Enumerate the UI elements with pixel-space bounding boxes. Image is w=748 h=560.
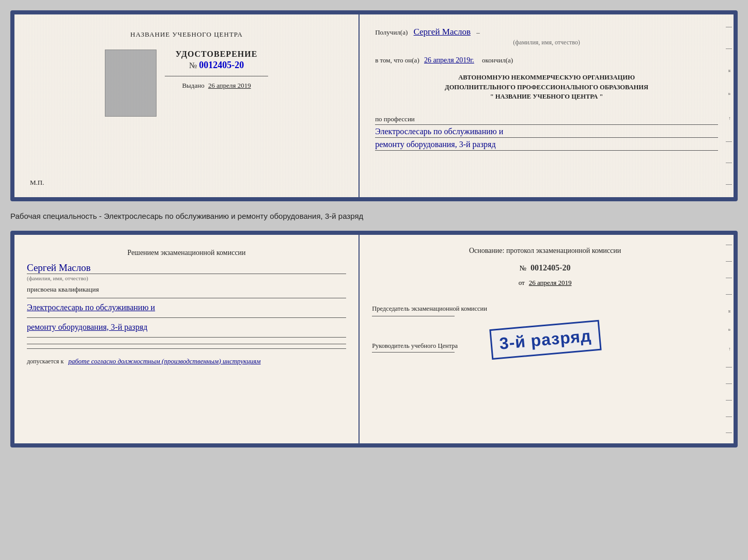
cert-number-value: 0012405-20 (199, 60, 244, 70)
cert-org-line1: АВТОНОМНУЮ НЕКОММЕРЧЕСКУЮ ОРГАНИЗАЦИЮ (375, 73, 718, 83)
bottom-prof-line2: ремонту оборудования, 3-й разряд (27, 320, 346, 335)
bottom-rukovoditel-sig-line (372, 352, 455, 353)
cert-vtom-prefix: в том, что он(а) (375, 56, 419, 64)
cert-mp-label: М.П. (30, 179, 44, 187)
bottom-recipient-name: Сергей Маслов (27, 262, 346, 274)
bottom-number-label: № (520, 264, 526, 272)
cert-vtom-row: в том, что он(а) 26 апреля 2019г. окончи… (375, 55, 718, 66)
cert-number-prefix: № (189, 61, 197, 70)
cert-number-row: № 0012405-20 (165, 60, 268, 71)
cert-org-block: АВТОНОМНУЮ НЕКОММЕРЧЕСКУЮ ОРГАНИЗАЦИЮ ДО… (375, 73, 718, 102)
bottom-line-3 (27, 337, 346, 338)
top-certificate-card: НАЗВАНИЕ УЧЕБНОГО ЦЕНТРА УДОСТОВЕРЕНИЕ №… (10, 10, 738, 201)
cert-profession-line1: Электрослесарь по обслуживанию и (375, 127, 718, 136)
cert-right-panel: Получил(а) Сергей Маслов – (фамилия, имя… (360, 14, 734, 197)
bottom-certificate-card: Решением экзаменационной комиссии Сергей… (10, 231, 738, 447)
bottom-ot-row: от 26 апреля 2019 (372, 278, 718, 287)
bottom-fio-label: (фамилия, имя, отчество) (27, 274, 346, 281)
cert-photo-placeholder (105, 50, 157, 117)
cert-udostoverenie-label: УДОСТОВЕРЕНИЕ (165, 50, 268, 59)
cert-left-panel: НАЗВАНИЕ УЧЕБНОГО ЦЕНТРА УДОСТОВЕРЕНИЕ №… (14, 14, 360, 197)
bottom-dopusk-prefix: допускается к (27, 358, 64, 365)
bottom-resheniem-title: Решением экзаменационной комиссии (27, 247, 346, 258)
cert-training-center-title: НАЗВАНИЕ УЧЕБНОГО ЦЕНТРА (130, 30, 242, 39)
bottom-ot-date: 26 апреля 2019 (529, 279, 572, 286)
bottom-dopusk-text: работе согласно должностным (производств… (68, 357, 260, 365)
bottom-line-1 (27, 298, 346, 298)
bottom-left-panel: Решением экзаменационной комиссии Сергей… (14, 235, 360, 443)
cert-vtom-date: 26 апреля 2019г. (424, 56, 474, 64)
cert-divider-line (165, 76, 268, 76)
cert-vydano-label: Выдано (182, 82, 204, 89)
cert-org-line2: ДОПОЛНИТЕЛЬНОГО ПРОФЕССИОНАЛЬНОГО ОБРАЗО… (375, 83, 718, 92)
bottom-number-value: 0012405-20 (531, 263, 570, 272)
cert-org-line3: " НАЗВАНИЕ УЧЕБНОГО ЦЕНТРА " (375, 92, 718, 102)
bottom-predsedatel-block: Председатель экзаменационной комиссии (372, 300, 718, 318)
cert-po-professii-label: по профессии (375, 115, 718, 123)
middle-text: Рабочая специальность - Электрослесарь п… (10, 210, 738, 222)
bottom-osnovanie-label: Основание: протокол экзаменационной коми… (372, 245, 718, 256)
cert-line-2 (375, 137, 718, 138)
bottom-line-5 (27, 348, 346, 349)
cert-recipient-name: Сергей Маслов (414, 27, 471, 37)
cert-line-1 (375, 124, 718, 125)
cert-vydano-date: 26 апреля 2019 (208, 82, 251, 89)
page-container: НАЗВАНИЕ УЧЕБНОГО ЦЕНТРА УДОСТОВЕРЕНИЕ №… (10, 10, 738, 447)
cert-vydano-row: Выдано 26 апреля 2019 (165, 82, 268, 90)
cert-recipient-row: Получил(а) Сергей Маслов – (фамилия, имя… (375, 25, 718, 47)
bottom-number-row: № 0012405-20 (372, 263, 718, 273)
bottom-line-4 (27, 344, 346, 344)
cert-profession-block: по профессии Электрослесарь по обслужива… (375, 112, 718, 152)
bottom-dopusk-row: допускается к работе согласно должностны… (27, 357, 346, 365)
right-edge-marks: и а ← (724, 14, 734, 197)
bottom-right-panel: Основание: протокол экзаменационной коми… (360, 235, 734, 443)
bottom-right-edge-marks: и а ← (724, 235, 734, 443)
cert-profession-line2: ремонту оборудования, 3-й разряд (375, 140, 718, 149)
bottom-predsedatel-sig-line (372, 316, 455, 316)
cert-fio-label: (фамилия, имя, отчество) (375, 38, 718, 47)
bottom-prof-line1: Электрослесарь по обслуживанию и (27, 300, 346, 315)
bottom-predsedatel-label: Председатель экзаменационной комиссии (372, 305, 718, 314)
bottom-ot-label: от (519, 279, 525, 286)
bottom-prisvoena-label: присвоена квалификация (27, 285, 346, 294)
cert-center-block: УДОСТОВЕРЕНИЕ № 0012405-20 Выдано 26 апр… (165, 50, 268, 90)
cert-poluchil-label: Получил(а) (375, 28, 408, 36)
cert-okonchil-label: окончил(а) (482, 56, 513, 64)
bottom-line-2 (27, 317, 346, 318)
cert-line-3 (375, 150, 718, 151)
